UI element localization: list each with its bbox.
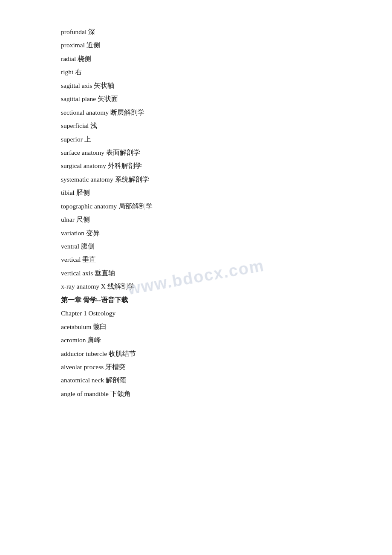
list-item: sagittal plane 矢状面 bbox=[61, 92, 331, 105]
list-item: angle of mandible 下颌角 bbox=[61, 387, 331, 400]
list-item: sectional anatomy 断层解剖学 bbox=[61, 106, 331, 119]
list-item: x-ray anatomy X 线解剖学 bbox=[61, 280, 331, 292]
list-item: ventral 腹侧 bbox=[61, 240, 331, 252]
list-item: proximal 近侧 bbox=[61, 39, 331, 51]
list-item: radial 桡侧 bbox=[61, 52, 331, 65]
list-item: surface anatomy 表面解剖学 bbox=[61, 146, 331, 159]
list-item: anatomical neck 解剖颈 bbox=[61, 374, 331, 386]
list-item: ulnar 尺侧 bbox=[61, 213, 331, 225]
list-item: superior 上 bbox=[61, 133, 331, 145]
list-item: variation 变异 bbox=[61, 227, 331, 239]
list-item: sagittal axis 矢状轴 bbox=[61, 79, 331, 92]
chapter-label: Chapter 1 Osteology bbox=[61, 307, 331, 319]
list-item: adductor tubercle 收肌结节 bbox=[61, 347, 331, 360]
list-item: acromion 肩峰 bbox=[61, 334, 331, 346]
list-item: acetabulum 髋臼 bbox=[61, 321, 331, 333]
list-item: tibial 胫侧 bbox=[61, 186, 331, 199]
terms-list: profundal 深proximal 近侧radial 桡侧right 右sa… bbox=[61, 26, 331, 293]
list-item: alveolar process 牙槽突 bbox=[61, 361, 331, 373]
chapter-terms-list: acetabulum 髋臼acromion 肩峰adductor tubercl… bbox=[61, 321, 331, 400]
list-item: profundal 深 bbox=[61, 26, 331, 38]
list-item: surgical anatomy 外科解剖学 bbox=[61, 159, 331, 172]
list-item: vertical axis 垂直轴 bbox=[61, 267, 331, 279]
section-header: 第一章 骨学--语音下载 bbox=[61, 294, 331, 306]
page-content: profundal 深proximal 近侧radial 桡侧right 右sa… bbox=[0, 0, 392, 426]
list-item: topographic anatomy 局部解剖学 bbox=[61, 200, 331, 212]
list-item: vertical 垂直 bbox=[61, 253, 331, 266]
list-item: right 右 bbox=[61, 66, 331, 78]
list-item: systematic anatomy 系统解剖学 bbox=[61, 173, 331, 185]
list-item: superficial 浅 bbox=[61, 119, 331, 132]
